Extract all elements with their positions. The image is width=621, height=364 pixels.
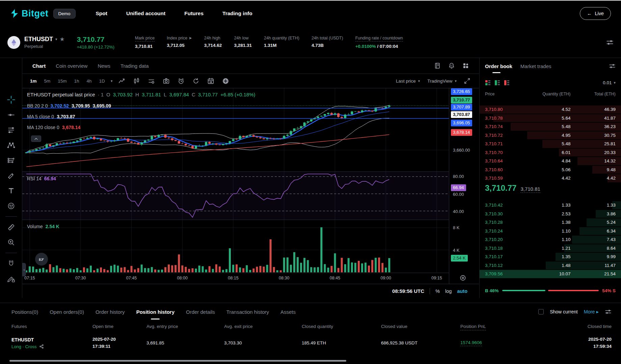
book-view-both-icon[interactable]: [485, 80, 491, 86]
crosshair-tool[interactable]: [4, 93, 19, 107]
timeframe-15m[interactable]: 15m: [54, 79, 70, 84]
orderbook-mid-price[interactable]: 3,710.77 3,710.81: [480, 183, 621, 199]
live-button[interactable]: ← Live: [580, 7, 611, 20]
bid-row[interactable]: 3,710.302.533.86: [480, 210, 621, 218]
trend-line-tool[interactable]: [4, 108, 19, 122]
text-tool[interactable]: [4, 184, 19, 198]
history-table-row[interactable]: ETHUSDT Long · Cross 2025-07-2017:39:11 …: [11, 336, 612, 350]
auto-scale-button[interactable]: auto: [457, 289, 467, 294]
timeframe-1D[interactable]: 1D: [96, 79, 109, 84]
bid-row[interactable]: 3,710.241.106.34: [480, 227, 621, 236]
ask-row[interactable]: 3,710.594.424.42: [480, 174, 621, 183]
ask-row[interactable]: 3,710.745.4836.23: [480, 122, 621, 131]
chart-clock[interactable]: 08:59:56 UTC: [392, 288, 424, 294]
favorite-star-icon[interactable]: ★: [60, 36, 65, 43]
magnet-tool[interactable]: [4, 257, 19, 270]
nav-link-unified-account[interactable]: Unified account: [126, 10, 165, 17]
calendar-goto-icon[interactable]: [205, 76, 216, 86]
alert-bell-icon[interactable]: [448, 62, 455, 69]
book-view-bids-icon[interactable]: [494, 80, 500, 86]
axis-settings-icon[interactable]: [459, 274, 466, 281]
candle-style-icon[interactable]: [131, 76, 142, 86]
tab-assets[interactable]: Assets: [280, 304, 296, 320]
nav-link-trading-info[interactable]: Trading info: [222, 10, 252, 17]
timeframe-5m[interactable]: 5m: [40, 79, 54, 84]
tab-order-history[interactable]: Order history: [96, 304, 125, 320]
ask-row[interactable]: 3,710.724.9530.75: [480, 131, 621, 140]
timeframe-1m[interactable]: 1m: [26, 79, 40, 84]
log-scale-button[interactable]: log: [445, 289, 452, 294]
time-axis[interactable]: 07:1507:3007:4508:0008:1508:3008:4509:00…: [22, 273, 449, 284]
more-link[interactable]: More ▸: [584, 309, 599, 314]
timeframe-4h[interactable]: 4h: [83, 79, 96, 84]
layout-grid-icon[interactable]: [462, 62, 469, 69]
tab-transaction-history[interactable]: Transaction history: [226, 304, 269, 320]
bid-row[interactable]: 3,710.421.331.33: [480, 201, 621, 210]
timeframe-1h[interactable]: 1h: [71, 79, 83, 84]
horizontal-scrollbar[interactable]: [9, 360, 346, 362]
emoji-tool[interactable]: [4, 199, 19, 213]
ask-row[interactable]: 3,710.605.069.48: [480, 165, 621, 174]
ask-row[interactable]: 3,710.804.5246.39: [480, 105, 621, 114]
bottom-settings-icon[interactable]: [605, 308, 612, 315]
zoom-in-tool[interactable]: [4, 236, 19, 249]
timeframe-caret-icon[interactable]: ▾: [111, 79, 113, 83]
bid-row[interactable]: 3,710.121.4811.47: [480, 261, 621, 270]
bid-row[interactable]: 3,710.201.107.43: [480, 235, 621, 244]
tab-position-history[interactable]: Position history: [136, 304, 174, 320]
symbol-caret-icon[interactable]: ▾: [55, 37, 57, 41]
demo-badge[interactable]: Demo: [53, 9, 76, 19]
tab-market-trades[interactable]: Market trades: [520, 63, 551, 69]
indicators-icon[interactable]: [116, 76, 127, 86]
tab-news[interactable]: News: [98, 63, 110, 69]
chart-area[interactable]: ETHUSDT perpetual last price · 1 O3,703.…: [22, 88, 479, 298]
tab-open-orders[interactable]: Open orders(0): [50, 304, 84, 320]
ask-row[interactable]: 3,710.715.4825.81: [480, 140, 621, 148]
bid-row[interactable]: 3,710.171.359.99: [480, 252, 621, 261]
legend-collapse-button[interactable]: [31, 135, 41, 142]
percent-scale-button[interactable]: %: [435, 289, 440, 294]
tab-order-details[interactable]: Order details: [186, 304, 215, 320]
orderbook-settings-icon[interactable]: [609, 63, 616, 69]
nav-link-spot[interactable]: Spot: [96, 10, 107, 17]
symbol-name[interactable]: ETHUSDT: [24, 36, 53, 43]
bid-row[interactable]: 3,710.281.385.24: [480, 218, 621, 227]
tab-trading-data[interactable]: Trading data: [120, 63, 149, 69]
tab-chart[interactable]: Chart: [32, 63, 46, 69]
measure-tool[interactable]: [4, 220, 19, 234]
brush-tool[interactable]: [4, 169, 19, 182]
fullscreen-icon[interactable]: [464, 78, 470, 84]
bitget-logo[interactable]: Bitget: [10, 8, 49, 19]
snapshot-camera-icon[interactable]: [160, 76, 172, 86]
alert-clock-icon[interactable]: [175, 76, 187, 86]
xabcd-pattern-tool[interactable]: [4, 139, 19, 152]
candlestick-plot[interactable]: [22, 88, 449, 273]
ask-row[interactable]: 3,710.785.6441.87: [480, 114, 621, 123]
book-view-asks-icon[interactable]: [504, 80, 510, 86]
precision-dropdown[interactable]: 0.01▾: [603, 80, 616, 85]
price-axis[interactable]: 3,726.653,710.773,707.893,703.873,696.05…: [449, 88, 479, 284]
ticker-settings-icon[interactable]: [606, 39, 614, 46]
projection-tool[interactable]: [4, 154, 19, 167]
ask-row[interactable]: 3,710.706.0120.33: [480, 148, 621, 157]
drawing-lock-tool[interactable]: [4, 272, 19, 285]
parallel-lines-tool[interactable]: [4, 123, 19, 137]
bid-row[interactable]: 3,709.5610.0721.54: [480, 270, 621, 278]
stat-index-price[interactable]: Index price ➤ 3,712.05: [167, 36, 192, 49]
bid-row[interactable]: 3,710.181.218.64: [480, 244, 621, 253]
tab-order-book[interactable]: Order book: [485, 63, 512, 69]
share-icon[interactable]: [39, 344, 44, 349]
nav-link-futures[interactable]: Futures: [184, 10, 204, 17]
ask-row[interactable]: 3,710.644.8414.32: [480, 157, 621, 165]
display-settings-icon[interactable]: [145, 76, 157, 86]
tab-positions[interactable]: Positions(0): [11, 304, 38, 320]
show-current-label[interactable]: Show current: [550, 309, 577, 314]
row-position-pnl[interactable]: 1574.9606: [460, 340, 540, 346]
replay-icon[interactable]: [190, 76, 201, 86]
tradingview-dropdown[interactable]: TradingView▾: [427, 79, 457, 84]
price-mode-dropdown[interactable]: Last price▾: [396, 79, 420, 84]
journal-icon[interactable]: [434, 62, 441, 69]
tab-coin-overview[interactable]: Coin overview: [56, 63, 87, 69]
show-current-checkbox[interactable]: [538, 309, 544, 314]
add-indicator-icon[interactable]: [220, 76, 231, 86]
